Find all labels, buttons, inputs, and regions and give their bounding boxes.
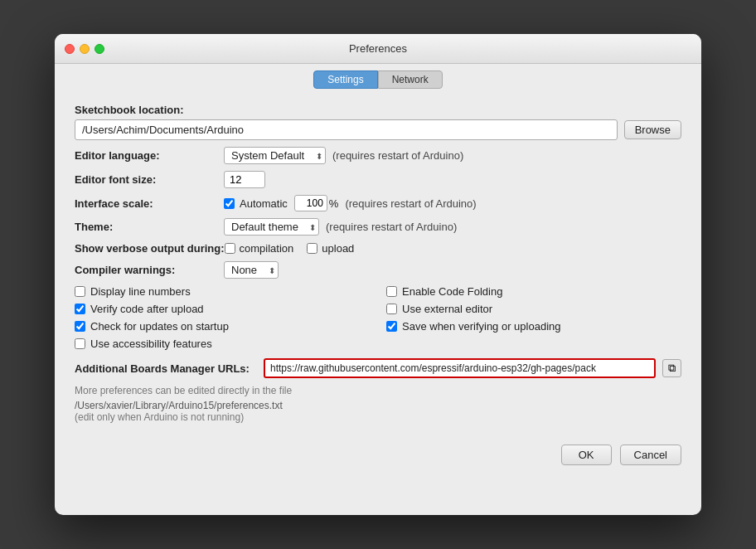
preferences-window: Preferences Settings Network Sketchbook … (55, 34, 701, 515)
verify-code-label: Verify code after upload (90, 303, 204, 315)
window-title: Preferences (349, 42, 407, 55)
display-line-numbers-label: Display line numbers (90, 285, 191, 298)
check-updates-checkbox[interactable] (75, 321, 85, 332)
compiler-warnings-select-wrap: None (224, 261, 279, 279)
browse-button[interactable]: Browse (624, 120, 681, 139)
theme-select[interactable]: Default theme (224, 218, 319, 236)
use-external-editor-label: Use external editor (402, 303, 492, 315)
copy-url-button[interactable]: ⧉ (662, 359, 681, 377)
additional-urls-input[interactable] (264, 358, 656, 378)
display-line-numbers-checkbox[interactable] (75, 286, 85, 297)
hint-section: More preferences can be edited directly … (75, 383, 681, 423)
interface-scale-row: Interface scale: Automatic % (requires r… (75, 195, 681, 211)
verbose-upload-label: upload (322, 242, 354, 255)
accessibility-checkbox[interactable] (75, 338, 85, 349)
sketchbook-input[interactable] (75, 119, 618, 140)
interface-scale-auto-wrap: Automatic (224, 197, 288, 210)
theme-label: Theme: (75, 221, 224, 233)
theme-select-wrap: Default theme (224, 218, 319, 236)
compiler-warnings-select[interactable]: None (224, 261, 279, 279)
editor-language-select[interactable]: System Default (224, 147, 326, 164)
enable-code-folding-checkbox[interactable] (386, 286, 397, 297)
cancel-button[interactable]: Cancel (620, 445, 681, 465)
checkbox-enable-code-folding: Enable Code Folding (386, 285, 681, 298)
title-bar: Preferences (55, 34, 701, 64)
verbose-compilation-label: compilation (240, 242, 294, 255)
ok-button[interactable]: OK (561, 445, 612, 465)
settings-content: Sketchbook location: Browse Editor langu… (55, 94, 701, 436)
checkbox-display-line-numbers: Display line numbers (75, 285, 370, 298)
verbose-compilation-item: compilation (225, 242, 294, 255)
verbose-label: Show verbose output during: (75, 242, 225, 255)
editor-font-row: Editor font size: (75, 171, 681, 188)
hint-text-1: More preferences can be edited directly … (75, 383, 681, 398)
interface-scale-label: Interface scale: (75, 197, 224, 210)
editor-language-note: (requires restart of Arduino) (332, 149, 463, 162)
checkbox-verify-code: Verify code after upload (75, 303, 370, 315)
tab-network[interactable]: Network (378, 70, 443, 89)
accessibility-label: Use accessibility features (90, 338, 212, 350)
interface-scale-auto-checkbox[interactable] (224, 198, 235, 209)
maximize-button[interactable] (94, 44, 104, 54)
traffic-lights (65, 44, 104, 54)
checkbox-save-verifying: Save when verifying or uploading (386, 320, 681, 333)
verbose-upload-item: upload (307, 242, 354, 255)
verbose-options: compilation upload (225, 242, 355, 255)
close-button[interactable] (65, 44, 75, 54)
footer: OK Cancel (55, 436, 701, 479)
interface-scale-percent: % (329, 197, 339, 210)
editor-font-input[interactable] (224, 171, 265, 188)
checkboxes-section: Display line numbers Enable Code Folding… (75, 285, 681, 350)
hint-path: /Users/xavier/Library/Arduino15/preferen… (75, 400, 681, 411)
check-updates-label: Check for updates on startup (90, 320, 229, 333)
tabs-row: Settings Network (55, 64, 701, 94)
editor-language-row: Editor language: System Default (require… (75, 147, 681, 164)
editor-font-label: Editor font size: (75, 173, 224, 186)
checkbox-check-updates: Check for updates on startup (75, 320, 370, 333)
save-verifying-label: Save when verifying or uploading (402, 320, 561, 333)
enable-code-folding-label: Enable Code Folding (402, 285, 502, 298)
compiler-warnings-row: Compiler warnings: None (75, 261, 681, 279)
hint-edit: (edit only when Arduino is not running) (75, 411, 681, 423)
verbose-row: Show verbose output during: compilation … (75, 242, 681, 255)
interface-scale-note: (requires restart of Arduino) (345, 197, 476, 210)
verbose-compilation-checkbox[interactable] (225, 243, 235, 254)
checkbox-use-external-editor: Use external editor (386, 303, 681, 315)
theme-note: (requires restart of Arduino) (326, 221, 457, 233)
additional-urls-row: Additional Boards Manager URLs: ⧉ (75, 358, 681, 378)
use-external-editor-checkbox[interactable] (386, 304, 397, 314)
interface-scale-auto-label: Automatic (240, 197, 288, 210)
tab-settings[interactable]: Settings (313, 70, 377, 89)
save-verifying-checkbox[interactable] (386, 321, 397, 332)
sketchbook-row: Browse (75, 119, 681, 140)
checkbox-accessibility: Use accessibility features (75, 338, 370, 350)
interface-scale-input[interactable] (294, 195, 327, 211)
theme-row: Theme: Default theme (requires restart o… (75, 218, 681, 236)
editor-language-select-wrap: System Default (224, 147, 326, 164)
additional-urls-label: Additional Boards Manager URLs: (75, 362, 257, 375)
sketchbook-label: Sketchbook location: (75, 104, 681, 116)
compiler-warnings-label: Compiler warnings: (75, 264, 224, 276)
minimize-button[interactable] (80, 44, 90, 54)
verify-code-checkbox[interactable] (75, 304, 85, 314)
editor-language-label: Editor language: (75, 149, 224, 162)
verbose-upload-checkbox[interactable] (307, 243, 317, 254)
